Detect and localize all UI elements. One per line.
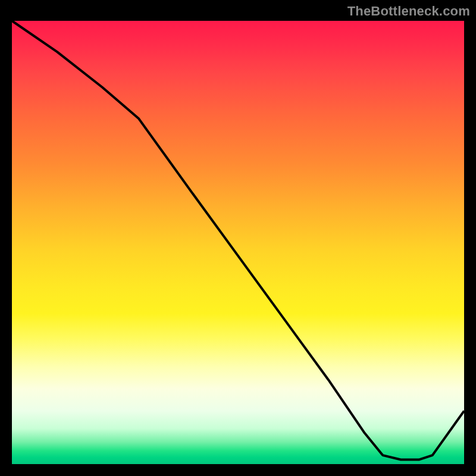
line-series — [12, 21, 464, 460]
chart-container: TheBottleneck.com — [0, 0, 476, 476]
chart-svg — [12, 21, 464, 464]
plot-area — [12, 21, 464, 464]
min-plateau-marker — [369, 448, 423, 455]
svg-rect-0 — [369, 448, 423, 455]
watermark-text: TheBottleneck.com — [347, 4, 470, 19]
